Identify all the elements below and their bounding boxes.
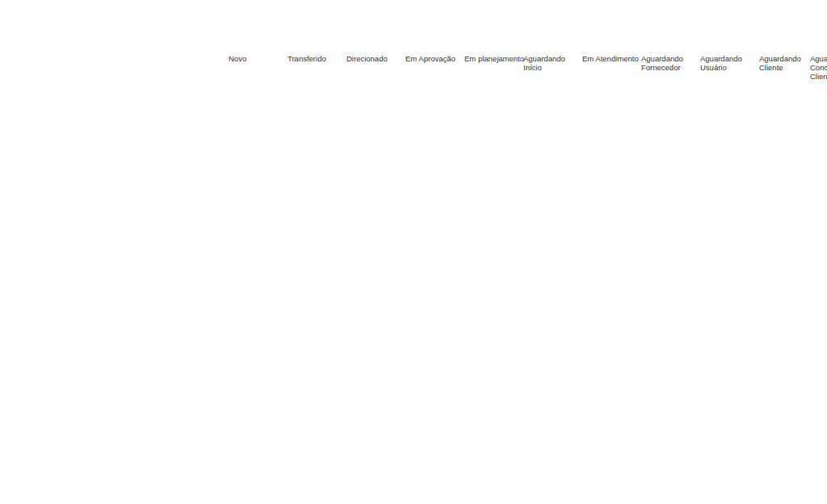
- status-flow-label: Aguardando: [759, 54, 816, 63]
- status-flow-label: Conclusão: [810, 63, 827, 72]
- status-flow-label: Novo: [229, 54, 285, 63]
- status-flow-label: Cliente: [810, 72, 827, 81]
- status-flow-label: Aguardando: [641, 54, 698, 63]
- status-flow-label: Direcionado: [346, 54, 403, 63]
- status-flow-label: Aguardando: [700, 54, 757, 63]
- status-flow-label: Em Aprovação: [405, 54, 462, 63]
- status-flow-label: Aguardando: [523, 54, 580, 63]
- status-flow-label: Início: [523, 63, 580, 72]
- status-flow-label: Aguardando: [810, 54, 827, 63]
- status-flow-label: Em planejamento: [464, 54, 521, 63]
- status-flow-label: Transferido: [288, 54, 344, 63]
- status-flow-label: Fornecedor: [641, 63, 698, 72]
- status-flow-label: Usuário: [700, 63, 757, 72]
- status-flow-label: Em Atendimento: [582, 54, 639, 63]
- status-flow-label: Cliente: [759, 63, 816, 72]
